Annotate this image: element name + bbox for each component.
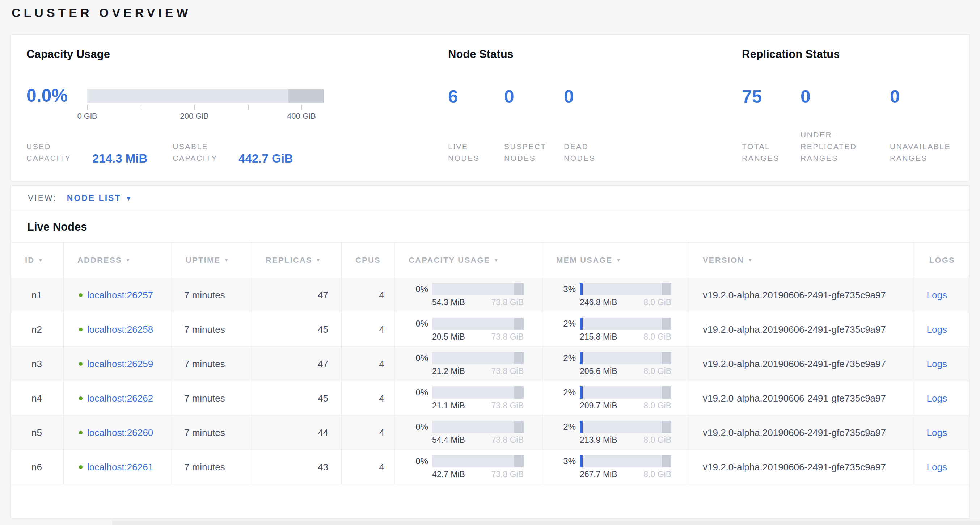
node-address-link[interactable]: localhost:26257 (87, 290, 153, 301)
cell-logs: Logs (913, 313, 969, 346)
column-header-label: UPTIME (186, 255, 220, 265)
total-ranges-count: 75 (742, 86, 800, 107)
cell-uptime: 7 minutes (172, 347, 252, 381)
logs-link[interactable]: Logs (927, 324, 947, 335)
column-header-cpus: CPUS (342, 243, 395, 278)
logs-link[interactable]: Logs (927, 462, 947, 473)
capacity-usage-percent: 0% (395, 284, 428, 294)
mem-usage-percent: 2% (542, 353, 576, 363)
suspect-nodes-label: SUSPECT NODES (504, 141, 564, 164)
node-status-section: Node Status 6 0 0 LIVE NODES SUSPECT NOD… (433, 35, 726, 181)
mem-usage-percent: 2% (542, 388, 576, 397)
capacity-usage-total-value: 73.8 GiB (492, 401, 524, 410)
capacity-usage-bar (432, 352, 523, 364)
node-address-link[interactable]: localhost:26258 (87, 324, 153, 335)
used-capacity-stat: USED CAPACITY 214.3 MiB (26, 141, 147, 164)
mem-usage-bar-fill (580, 455, 583, 468)
capacity-usage-bar-dark-segment (514, 352, 523, 364)
cell-node-id: n1 (11, 278, 64, 312)
cell-replicas: 47 (252, 347, 342, 381)
mem-usage-bar-dark-segment (662, 318, 671, 330)
node-address-link[interactable]: localhost:26261 (87, 462, 153, 473)
mem-usage-bar (580, 318, 671, 330)
cell-logs: Logs (913, 347, 969, 381)
mem-usage-used-value: 213.9 MiB (580, 435, 617, 445)
cell-address: localhost:26262 (64, 381, 172, 415)
mem-usage-bar (580, 421, 671, 433)
capacity-usage-total-value: 73.8 GiB (492, 435, 524, 445)
sort-caret-icon: ▼ (748, 257, 752, 263)
cell-cpus: 4 (342, 347, 395, 381)
capacity-usage-percent: 0% (395, 319, 428, 329)
suspect-nodes-count: 0 (504, 86, 564, 107)
logs-link[interactable]: Logs (927, 427, 947, 439)
table-header-row: ID▼ADDRESS▼UPTIME▼REPLICAS▼CPUSCAPACITY … (11, 243, 969, 278)
cell-version: v19.2.0-alpha.20190606-2491-gfe735c9a97 (689, 313, 913, 346)
logs-link[interactable]: Logs (927, 393, 947, 404)
column-header-replicas[interactable]: REPLICAS▼ (252, 243, 342, 278)
column-header-logs: LOGS (913, 243, 969, 278)
node-status-heading: Node Status (448, 48, 514, 61)
usable-capacity-value: 442.7 GiB (239, 152, 293, 166)
mem-usage-used-value: 267.7 MiB (580, 469, 617, 479)
node-address-link[interactable]: localhost:26259 (87, 359, 153, 370)
node-address-link[interactable]: localhost:26262 (87, 393, 153, 404)
capacity-usage-used-value: 20.5 MiB (432, 332, 465, 342)
capacity-usage-percent: 0% (395, 456, 428, 466)
capacity-usage-bar (432, 386, 523, 399)
mem-usage-bar-dark-segment (662, 283, 671, 295)
under-replicated-ranges-count: 0 (800, 86, 890, 107)
live-nodes-label: LIVE NODES (448, 141, 504, 164)
column-header-label: CAPACITY USAGE (409, 255, 490, 265)
capacity-usage-bar-dark-segment (514, 386, 523, 399)
capacity-usage-bar (432, 318, 523, 330)
cell-version: v19.2.0-alpha.20190606-2491-gfe735c9a97 (689, 381, 913, 415)
cell-replicas: 45 (252, 381, 342, 415)
capacity-usage-total-value: 73.8 GiB (492, 469, 524, 479)
capacity-usage-chart: 0.0% 0 GiB200 GiB400 GiB (26, 89, 324, 122)
cell-logs: Logs (913, 450, 969, 484)
sort-caret-icon: ▼ (316, 257, 321, 263)
mem-usage-bar-dark-segment (662, 352, 671, 364)
capacity-usage-percent: 0% (395, 388, 428, 397)
capacity-usage-cell: 0%20.5 MiB73.8 GiB (395, 313, 542, 346)
mem-usage-bar-fill (580, 283, 583, 295)
node-live-status-icon (79, 465, 83, 469)
column-header-uptime[interactable]: UPTIME▼ (172, 243, 252, 278)
column-header-mem-usage[interactable]: MEM USAGE▼ (542, 243, 689, 278)
mem-usage-total-value: 8.0 GiB (643, 435, 671, 445)
cell-version: v19.2.0-alpha.20190606-2491-gfe735c9a97 (689, 278, 913, 312)
view-dropdown[interactable]: NODE LIST ▾ (67, 193, 131, 203)
column-header-label: MEM USAGE (556, 255, 612, 265)
capacity-usage-heading: Capacity Usage (26, 48, 110, 61)
cell-uptime: 7 minutes (172, 313, 252, 346)
cell-node-id: n3 (11, 347, 64, 381)
axis-tick-label: 400 GiB (287, 112, 316, 121)
cell-cpus: 4 (342, 416, 395, 450)
capacity-usage-cell: 0%42.7 MiB73.8 GiB (395, 450, 542, 484)
logs-link[interactable]: Logs (927, 359, 947, 370)
page-bottom-shadow (112, 521, 980, 525)
view-bar: VIEW: NODE LIST ▾ (11, 186, 969, 211)
capacity-usage-used-value: 21.2 MiB (432, 366, 465, 376)
cell-cpus: 4 (342, 278, 395, 312)
capacity-usage-used-value: 21.1 MiB (432, 401, 465, 410)
cell-node-id: n2 (11, 313, 64, 346)
cell-uptime: 7 minutes (172, 381, 252, 415)
column-header-address[interactable]: ADDRESS▼ (64, 243, 172, 278)
mem-usage-bar-dark-segment (662, 386, 671, 399)
capacity-usage-section: Capacity Usage 0.0% 0 GiB200 GiB400 GiB … (11, 35, 433, 181)
column-header-capacity-usage[interactable]: CAPACITY USAGE▼ (395, 243, 542, 278)
cell-node-id: n4 (11, 381, 64, 415)
sort-caret-icon: ▼ (224, 257, 229, 263)
logs-link[interactable]: Logs (927, 290, 947, 301)
mem-usage-cell: 3%246.8 MiB8.0 GiB (542, 278, 689, 312)
column-header-version[interactable]: VERSION▼ (689, 243, 913, 278)
mem-usage-cell: 3%267.7 MiB8.0 GiB (542, 450, 689, 484)
under-replicated-ranges-label: UNDER- REPLICATED RANGES (800, 129, 890, 164)
mem-usage-bar-dark-segment (662, 455, 671, 468)
node-live-status-icon (79, 328, 83, 331)
node-live-status-icon (79, 431, 83, 434)
column-header-id[interactable]: ID▼ (11, 243, 64, 278)
node-address-link[interactable]: localhost:26260 (87, 427, 153, 439)
